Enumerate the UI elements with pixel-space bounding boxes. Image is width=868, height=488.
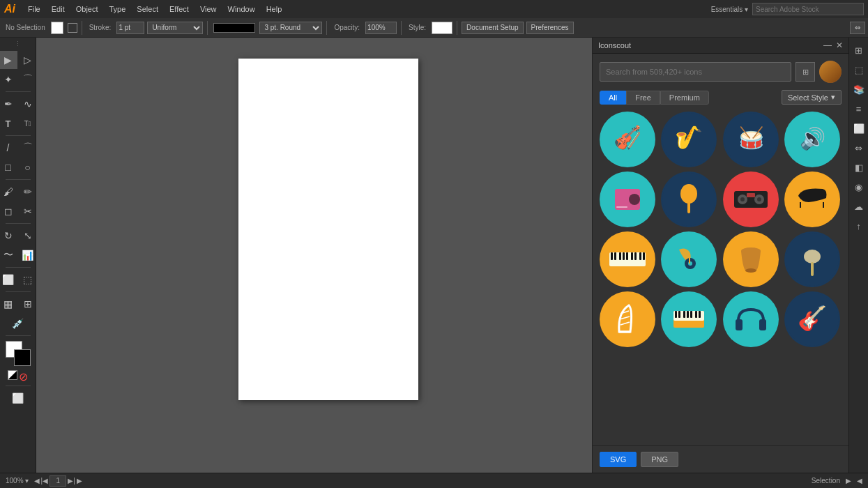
rs-cloud-icon[interactable]: ☁ bbox=[851, 198, 867, 215]
rotate-tool[interactable]: ↻ bbox=[0, 227, 17, 245]
rs-cc-libraries-icon[interactable]: 📚 bbox=[851, 81, 867, 98]
filter-premium[interactable]: Premium bbox=[660, 91, 709, 105]
icon-maracas[interactable] bbox=[661, 171, 717, 227]
svg-text:🎷: 🎷 bbox=[675, 124, 703, 151]
rs-align-icon[interactable]: ⇔ bbox=[851, 139, 867, 156]
menu-select[interactable]: Select bbox=[131, 3, 164, 15]
grid-view-button[interactable]: ⊞ bbox=[795, 62, 815, 82]
style-swatch[interactable] bbox=[432, 22, 452, 34]
svg-rect-39 bbox=[689, 258, 690, 264]
icon-drumstick[interactable] bbox=[784, 231, 840, 287]
swap-colors[interactable] bbox=[8, 370, 17, 380]
graph-tool[interactable]: 📊 bbox=[19, 246, 37, 264]
icon-grand-piano[interactable] bbox=[784, 171, 840, 227]
background-swatch[interactable] bbox=[14, 349, 31, 366]
curvature-tool[interactable]: ∿ bbox=[19, 95, 37, 113]
png-format-button[interactable]: PNG bbox=[641, 452, 678, 467]
no-color[interactable]: ⊘ bbox=[19, 370, 28, 383]
stroke-input[interactable] bbox=[116, 22, 144, 34]
paintbrush-tool[interactable]: 🖌 bbox=[0, 183, 17, 201]
last-page-button[interactable]: ▶ bbox=[77, 477, 82, 485]
opacity-input[interactable] bbox=[365, 22, 397, 34]
select-style-dropdown[interactable]: Select Style ▾ bbox=[782, 90, 842, 105]
arc-tool[interactable]: ⌒ bbox=[19, 139, 37, 157]
icon-drum[interactable]: 🥁 bbox=[723, 112, 779, 167]
eyedropper-tool[interactable]: 💉 bbox=[9, 314, 27, 333]
menu-file[interactable]: File bbox=[22, 3, 46, 15]
direct-selection-tool[interactable]: ▷ bbox=[19, 51, 37, 69]
menu-object[interactable]: Object bbox=[70, 3, 104, 15]
draw-mode[interactable]: ⬜ bbox=[9, 389, 27, 407]
page-nav: ◀ |◀ ▶| ▶ bbox=[34, 475, 82, 487]
menu-effect[interactable]: Effect bbox=[164, 3, 195, 15]
pencil-tool[interactable]: ✏ bbox=[19, 183, 37, 201]
rs-artboards-icon[interactable]: ⬚ bbox=[851, 61, 867, 78]
artboard-tool[interactable]: ⬜ bbox=[0, 270, 17, 289]
filter-all[interactable]: All bbox=[600, 91, 626, 105]
rs-pathfinder-icon[interactable]: ◧ bbox=[851, 159, 867, 176]
stroke-type-select[interactable]: Uniform bbox=[147, 22, 203, 34]
page-number-input[interactable] bbox=[50, 475, 66, 487]
lasso-tool[interactable]: ⌒ bbox=[19, 70, 37, 89]
gradient-tool[interactable]: ▦ bbox=[0, 295, 17, 313]
touch-type-tool[interactable]: T⃝ bbox=[19, 114, 37, 132]
icon-headphones[interactable] bbox=[723, 291, 779, 347]
menu-window[interactable]: Window bbox=[222, 3, 261, 15]
icon-violin[interactable]: 🎻 bbox=[600, 112, 655, 167]
first-page-button[interactable]: |◀ bbox=[41, 477, 49, 485]
prev-page-button[interactable]: ◀ bbox=[34, 477, 40, 485]
warp-tool[interactable]: 〜 bbox=[0, 246, 17, 264]
mesh-tool[interactable]: ⊞ bbox=[19, 295, 37, 313]
menu-type[interactable]: Type bbox=[104, 3, 132, 15]
eraser-tool[interactable]: ◻ bbox=[0, 202, 17, 220]
rs-properties-icon[interactable]: ≡ bbox=[851, 100, 867, 117]
next-page-button[interactable]: ▶| bbox=[68, 477, 75, 485]
panel-close-button[interactable]: ✕ bbox=[836, 40, 843, 50]
type-tool[interactable]: T bbox=[0, 114, 17, 132]
icon-speaker[interactable]: 🔊 bbox=[784, 112, 840, 167]
align-button[interactable]: ⇔ bbox=[850, 22, 865, 34]
icon-guitar[interactable]: 🎸 bbox=[784, 291, 840, 347]
document-setup-button[interactable]: Document Setup bbox=[462, 22, 524, 34]
menu-view[interactable]: View bbox=[195, 3, 222, 15]
svg-point-46 bbox=[601, 293, 654, 346]
user-avatar[interactable] bbox=[819, 61, 842, 83]
stroke-swatch[interactable] bbox=[68, 23, 77, 33]
icon-gramophone[interactable] bbox=[661, 231, 717, 287]
icon-radio[interactable] bbox=[600, 171, 655, 227]
stroke-size-select[interactable]: 3 pt. Round bbox=[259, 22, 322, 34]
icon-search-input[interactable] bbox=[600, 62, 791, 82]
icon-keyboard[interactable] bbox=[600, 231, 655, 287]
svg-rect-34 bbox=[639, 252, 641, 260]
line-tool[interactable]: / bbox=[0, 139, 17, 157]
icon-harp[interactable] bbox=[600, 291, 655, 347]
pen-tool[interactable]: ✒ bbox=[0, 95, 17, 113]
panel-collapse-button[interactable]: — bbox=[823, 40, 832, 50]
menu-help[interactable]: Help bbox=[261, 3, 288, 15]
svg-format-button[interactable]: SVG bbox=[600, 452, 637, 467]
panel-content: ⊞ All Free Premium Select Style ▾ bbox=[593, 54, 848, 445]
selection-tool[interactable]: ▶ bbox=[0, 51, 17, 69]
scissors-tool[interactable]: ✂ bbox=[19, 202, 37, 220]
icon-piano-keys[interactable] bbox=[661, 291, 717, 347]
zoom-value[interactable]: 100% bbox=[6, 477, 24, 485]
rect-tool[interactable]: □ bbox=[0, 158, 17, 176]
preferences-button[interactable]: Preferences bbox=[526, 22, 574, 34]
adobe-stock-search[interactable] bbox=[752, 3, 864, 15]
ai-logo: Ai bbox=[4, 3, 15, 15]
rs-transform-icon[interactable]: ⬜ bbox=[851, 120, 867, 137]
slice-tool[interactable]: ⬚ bbox=[19, 270, 37, 289]
rs-appearance-icon[interactable]: ◉ bbox=[851, 178, 867, 195]
ellipse-tool[interactable]: ○ bbox=[19, 158, 37, 176]
scale-tool[interactable]: ⤡ bbox=[19, 227, 37, 245]
opacity-label: Opacity: bbox=[331, 24, 363, 31]
menu-edit[interactable]: Edit bbox=[46, 3, 70, 15]
icon-djembe[interactable] bbox=[723, 231, 779, 287]
magic-wand-tool[interactable]: ✦ bbox=[0, 70, 17, 89]
filter-free[interactable]: Free bbox=[626, 91, 660, 105]
rs-export-icon[interactable]: ↑ bbox=[851, 218, 867, 234]
fill-swatch[interactable] bbox=[51, 22, 63, 34]
icon-saxophone[interactable]: 🎷 bbox=[661, 112, 717, 167]
rs-layers-icon[interactable]: ⊞ bbox=[851, 42, 867, 59]
icon-boombox[interactable] bbox=[723, 171, 779, 227]
